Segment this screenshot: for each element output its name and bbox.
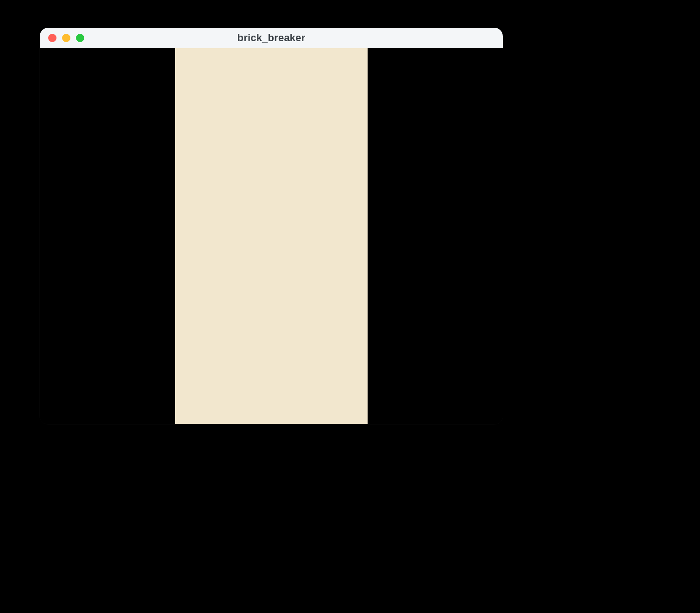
window-title: brick_breaker — [40, 32, 503, 44]
minimize-icon[interactable] — [62, 34, 70, 42]
zoom-icon[interactable] — [76, 34, 84, 42]
window-content — [40, 48, 503, 424]
app-window: brick_breaker — [40, 28, 503, 424]
window-titlebar[interactable]: brick_breaker — [40, 28, 503, 48]
traffic-lights — [40, 28, 84, 48]
game-canvas[interactable] — [175, 48, 368, 424]
close-icon[interactable] — [48, 34, 56, 42]
